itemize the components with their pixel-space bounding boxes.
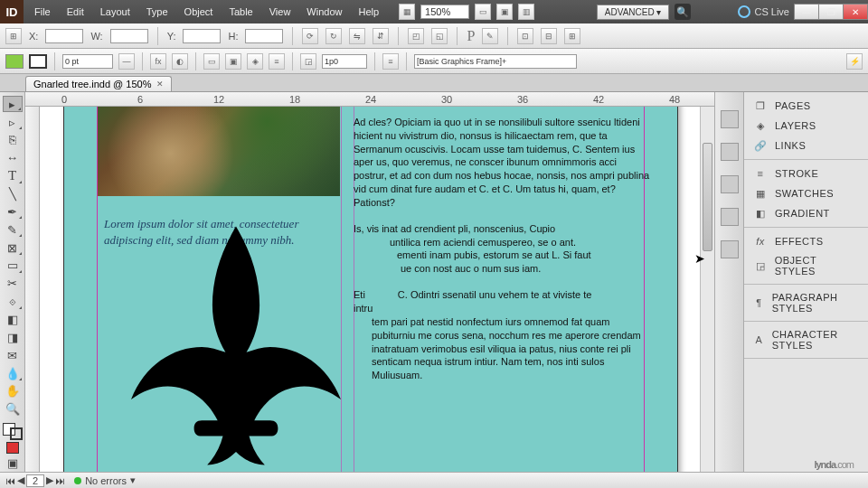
panel-swatches[interactable]: ▦SWATCHES <box>744 183 868 203</box>
apply-color-icon[interactable] <box>6 442 19 454</box>
scrollbar-thumb[interactable] <box>703 143 712 251</box>
menu-table[interactable]: Table <box>222 3 259 21</box>
gradient-tool[interactable]: ◧ <box>3 312 23 328</box>
corner-size-field[interactable] <box>322 54 367 69</box>
fleur-de-lis-graphic[interactable] <box>100 216 372 472</box>
menu-layout[interactable]: Layout <box>93 3 137 21</box>
vertical-ruler[interactable] <box>25 107 40 472</box>
panel-links[interactable]: 🔗LINKS <box>744 136 868 155</box>
text-wrap-none-icon[interactable]: ▭ <box>203 53 220 70</box>
gap-tool[interactable]: ↔ <box>3 150 23 166</box>
rotate-icon[interactable]: ↻ <box>326 28 342 44</box>
document-tab[interactable]: Gnarled tree.indd @ 150% ✕ <box>25 76 172 91</box>
minimize-button[interactable]: — <box>794 4 819 20</box>
workspace-switcher[interactable]: ADVANCED ▾ <box>597 5 670 20</box>
select-content-icon[interactable]: ◱ <box>431 28 448 44</box>
y-field[interactable] <box>183 29 221 43</box>
close-tab-icon[interactable]: ✕ <box>156 80 164 89</box>
fill-swatch[interactable] <box>5 54 24 69</box>
panel-pages[interactable]: ❐PAGES <box>744 96 868 116</box>
opacity-icon[interactable]: ◐ <box>172 53 188 70</box>
close-button[interactable]: ✕ <box>843 4 868 20</box>
stroke-weight-field[interactable] <box>62 54 113 69</box>
select-container-icon[interactable]: ◰ <box>408 28 424 44</box>
eyedropper-tool[interactable]: 💧 <box>3 365 23 381</box>
story-editor-icon[interactable]: ✎ <box>482 28 498 44</box>
panel-gradient[interactable]: ◧GRADIENT <box>744 203 868 223</box>
rectangle-frame-tool[interactable]: ⊠ <box>3 239 23 256</box>
text-wrap-bounding-icon[interactable]: ▣ <box>225 53 241 70</box>
flip-v-icon[interactable]: ⇵ <box>373 28 389 44</box>
panel-effects[interactable]: fxEFFECTS <box>744 231 868 251</box>
line-tool[interactable]: ╲ <box>3 186 23 202</box>
screen-mode-tool[interactable]: ▣ <box>3 455 23 472</box>
page-tool[interactable]: ⎘ <box>3 132 23 148</box>
vertical-scrollbar[interactable] <box>700 107 714 472</box>
menu-edit[interactable]: Edit <box>60 3 91 21</box>
hand-tool[interactable]: ✋ <box>3 383 23 399</box>
pasteboard[interactable]: Lorem ipsum dolor sit amet, consectetuer… <box>40 107 714 472</box>
direct-selection-tool[interactable]: ▹ <box>3 114 23 130</box>
horizontal-ruler[interactable]: 0 6 12 18 24 30 36 42 48 <box>25 92 714 107</box>
search-icon[interactable]: 🔍 <box>675 4 691 20</box>
center-content-icon[interactable]: ⊞ <box>564 28 580 44</box>
fill-stroke-swatch[interactable] <box>3 423 23 441</box>
stroke-swatch[interactable] <box>29 54 47 69</box>
arrange-icon[interactable]: ▥ <box>518 4 534 20</box>
w-field[interactable] <box>110 29 148 43</box>
last-page-icon[interactable]: ⏭ <box>55 475 65 486</box>
bridge-icon[interactable]: ▦ <box>399 4 415 20</box>
menu-object[interactable]: Object <box>177 3 221 21</box>
preflight-status[interactable]: No errors ▾ <box>74 474 136 486</box>
note-tool[interactable]: ✉ <box>3 347 23 363</box>
cslive-button[interactable]: CS Live <box>738 5 789 18</box>
corner-options-icon[interactable]: ◲ <box>300 53 316 70</box>
page-number-field[interactable]: 2 <box>26 474 44 487</box>
panel-character-styles[interactable]: ACHARACTER STYLES <box>744 325 868 354</box>
collapsed-panel-icon[interactable] <box>721 240 739 258</box>
text-wrap-jump-icon[interactable]: ≡ <box>269 53 285 70</box>
ref-point-icon[interactable]: ⊞ <box>5 28 22 44</box>
panel-stroke[interactable]: ≡STROKE <box>744 164 868 183</box>
screen-mode-icon[interactable]: ▣ <box>496 4 513 20</box>
page[interactable]: Lorem ipsum dolor sit amet, consectetuer… <box>63 107 678 472</box>
first-page-icon[interactable]: ⏮ <box>5 475 15 486</box>
h-field[interactable] <box>245 29 283 43</box>
collapsed-panel-icon[interactable] <box>721 143 739 161</box>
view-options-icon[interactable]: ▭ <box>475 4 491 20</box>
menu-type[interactable]: Type <box>139 3 175 21</box>
body-text-frame[interactable]: stiae temqua me rem conihil vium me nihi… <box>354 107 650 395</box>
stroke-style-icon[interactable]: — <box>118 53 135 70</box>
collapsed-panel-icon[interactable] <box>721 110 739 128</box>
gradient-feather-tool[interactable]: ◨ <box>3 329 23 345</box>
placed-image[interactable] <box>98 107 340 196</box>
menu-file[interactable]: File <box>27 3 58 21</box>
prev-page-icon[interactable]: ◀ <box>17 474 24 486</box>
free-transform-tool[interactable]: ⟐ <box>3 294 23 310</box>
quick-apply-icon[interactable]: ⚡ <box>846 53 863 70</box>
fit-frame-icon[interactable]: ⊟ <box>541 28 557 44</box>
selection-tool[interactable]: ▸ <box>3 96 23 112</box>
object-style-field[interactable] <box>414 54 577 69</box>
flip-h-icon[interactable]: ⇋ <box>349 28 365 44</box>
x-field[interactable] <box>45 29 83 43</box>
scissors-tool[interactable]: ✂ <box>3 276 23 292</box>
panel-object-styles[interactable]: ◲OBJECT STYLES <box>744 251 868 280</box>
zoom-tool[interactable]: 🔍 <box>3 401 23 418</box>
menu-help[interactable]: Help <box>351 3 386 21</box>
scale-icon[interactable]: ⟳ <box>302 28 318 44</box>
maximize-button[interactable]: ❐ <box>818 4 844 20</box>
zoom-level-field[interactable]: 150% <box>420 5 469 19</box>
canvas[interactable]: 0 6 12 18 24 30 36 42 48 Lorem ipsum dol… <box>25 92 714 472</box>
menu-window[interactable]: Window <box>299 3 349 21</box>
page-navigator[interactable]: ⏮ ◀ 2 ▶ ⏭ <box>5 474 65 487</box>
rectangle-tool[interactable]: ▭ <box>3 258 23 274</box>
pen-tool[interactable]: ✒ <box>3 203 23 220</box>
menu-view[interactable]: View <box>262 3 298 21</box>
pencil-tool[interactable]: ✎ <box>3 221 23 238</box>
collapsed-panel-icon[interactable] <box>721 208 739 226</box>
align-icon[interactable]: ≡ <box>382 53 399 70</box>
panel-paragraph-styles[interactable]: ¶PARAGRAPH STYLES <box>744 288 868 317</box>
panel-layers[interactable]: ◈LAYERS <box>744 116 868 136</box>
collapsed-panel-icon[interactable] <box>721 175 739 193</box>
